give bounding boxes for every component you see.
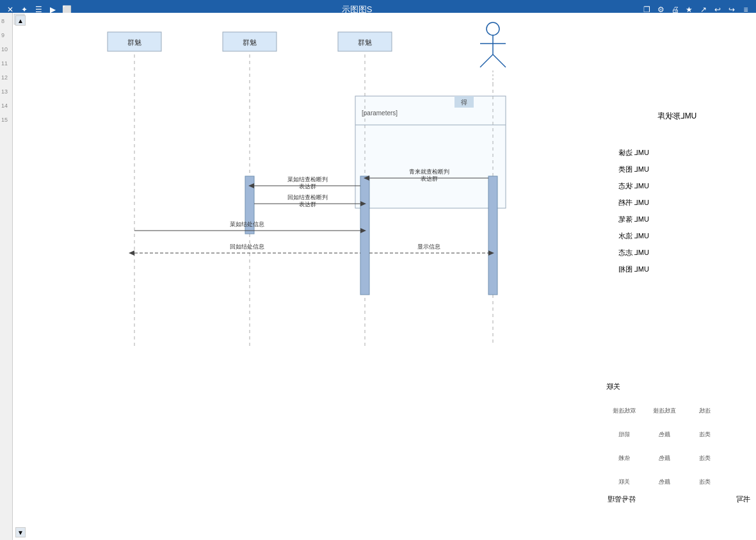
connector-label-10: 关联	[618, 478, 630, 486]
connector-label-6: 类连	[699, 430, 711, 439]
canvas-area: -450 -400 -350 -300 -250 -200 -150 -100 …	[18, 108, 602, 508]
connector-label-7: 依赖	[618, 454, 630, 462]
symbol-manager-btn[interactable]: 符号管理	[607, 495, 636, 504]
connector-label-3: 连线	[699, 407, 711, 415]
svg-rect-26	[488, 176, 497, 295]
shape-label-1: UML 边缘	[618, 148, 649, 158]
connector-label-9: 类连	[699, 454, 711, 462]
svg-text:菜如结查检断判: 菜如结查检断判	[287, 176, 328, 183]
sequence-diagram-svg: 得 [parameters] 群魅 群魅	[18, 120, 602, 499]
shape-label-3: UML 状态	[618, 181, 649, 191]
canvas-viewport[interactable]: 得 [parameters] 群魅 群魅	[18, 120, 602, 499]
svg-text:显示信息: 显示信息	[417, 243, 440, 250]
shape-label-4: UML 书档	[618, 198, 649, 208]
connector-label-1: 双线连接	[613, 407, 636, 415]
canvas-row: 8 9 10 11 12 13 14 15	[18, 120, 602, 499]
shape-label-6: UML 流水	[618, 231, 649, 241]
connector-label-5: 颜色	[659, 430, 670, 439]
connector-label-11: 颜色	[659, 478, 670, 486]
connector-label-8: 颜色	[659, 454, 670, 462]
connector-label-12: 类连	[699, 478, 711, 486]
svg-text:回如结查检断判: 回如结查检断判	[287, 194, 328, 200]
svg-text:回如结处信息: 回如结处信息	[230, 243, 264, 250]
svg-text:青来就查检断判: 青来就查检断判	[409, 168, 449, 175]
shapes-panel-title: UML形状库	[657, 111, 696, 122]
svg-text:表达群: 表达群	[299, 183, 316, 190]
shape-label-5: UML 落笔	[618, 215, 649, 224]
svg-text:表达群: 表达群	[421, 176, 438, 182]
format-panel-btn[interactable]: 书写	[736, 495, 750, 504]
svg-rect-25	[360, 176, 369, 295]
shape-label-7: UML 志态	[618, 248, 649, 258]
svg-rect-7	[355, 120, 506, 208]
shape-label-2: UML 图类	[618, 165, 649, 174]
svg-marker-43	[129, 250, 134, 256]
shape-label-8: UML 图相	[618, 265, 649, 274]
connector-label-2: 直线连接	[653, 407, 676, 415]
svg-text:菜如结处信息: 菜如结处信息	[230, 221, 264, 227]
connectors-title: 关联	[606, 382, 620, 391]
diagram-canvas: 得 [parameters] 群魅 群魅	[18, 120, 602, 499]
svg-text:表达群: 表达群	[299, 201, 316, 208]
connector-label-4: 箭组	[618, 430, 630, 439]
